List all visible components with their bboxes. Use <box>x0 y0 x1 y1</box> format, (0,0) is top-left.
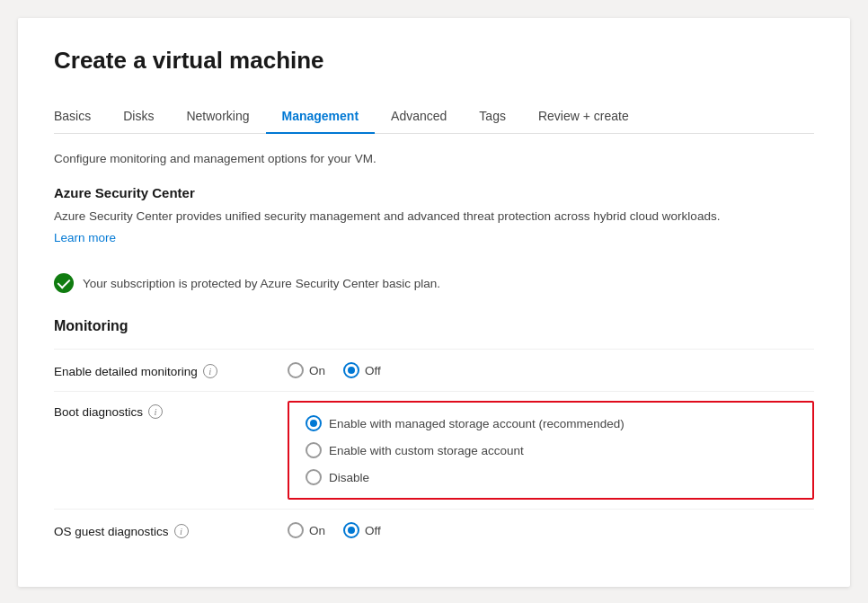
tab-disks[interactable]: Disks <box>107 100 170 134</box>
boot-diagnostics-options-box: Enable with managed storage account (rec… <box>288 401 814 500</box>
boot-diagnostics-disable-radio[interactable] <box>306 469 322 485</box>
check-circle-icon <box>54 273 74 293</box>
detailed-monitoring-on-option[interactable]: On <box>288 362 325 378</box>
boot-diagnostics-custom-option[interactable]: Enable with custom storage account <box>306 442 796 458</box>
tab-advanced[interactable]: Advanced <box>375 100 463 134</box>
monitoring-section: Monitoring Enable detailed monitoring i … <box>54 318 814 551</box>
enable-detailed-monitoring-label: Enable detailed monitoring i <box>54 362 288 378</box>
boot-diagnostics-disable-option[interactable]: Disable <box>306 469 796 485</box>
page-subtitle: Configure monitoring and management opti… <box>54 152 814 165</box>
os-guest-diagnostics-control: On Off <box>288 522 399 538</box>
learn-more-link[interactable]: Learn more <box>54 231 116 244</box>
azure-security-desc: Azure Security Center provides unified s… <box>54 208 814 226</box>
boot-diagnostics-managed-radio[interactable] <box>306 415 322 431</box>
os-guest-diagnostics-info-icon[interactable]: i <box>174 524 189 538</box>
boot-diagnostics-managed-option[interactable]: Enable with managed storage account (rec… <box>306 415 796 431</box>
enable-detailed-monitoring-control: On Off <box>288 362 399 378</box>
azure-security-title: Azure Security Center <box>54 185 814 200</box>
tab-basics[interactable]: Basics <box>54 100 107 134</box>
tab-management[interactable]: Management <box>266 100 376 134</box>
boot-diagnostics-custom-radio[interactable] <box>306 442 322 458</box>
main-card: Create a virtual machine Basics Disks Ne… <box>18 18 850 587</box>
enable-detailed-monitoring-info-icon[interactable]: i <box>203 364 217 378</box>
tab-review-create[interactable]: Review + create <box>522 100 645 134</box>
boot-diagnostics-label: Boot diagnostics i <box>54 401 288 419</box>
os-guest-on-radio[interactable] <box>288 522 304 538</box>
detailed-monitoring-off-option[interactable]: Off <box>343 362 381 378</box>
os-guest-off-radio[interactable] <box>343 522 359 538</box>
tab-tags[interactable]: Tags <box>463 100 522 134</box>
os-guest-off-option[interactable]: Off <box>343 522 381 538</box>
tab-networking[interactable]: Networking <box>170 100 265 134</box>
tab-bar: Basics Disks Networking Management Advan… <box>54 100 814 134</box>
azure-security-section: Azure Security Center Azure Security Cen… <box>54 185 814 293</box>
detailed-monitoring-off-radio[interactable] <box>343 362 359 378</box>
os-guest-on-option[interactable]: On <box>288 522 325 538</box>
os-guest-diagnostics-row: OS guest diagnostics i On Off <box>54 509 814 551</box>
boot-diagnostics-row: Boot diagnostics i Enable with managed s… <box>54 391 814 509</box>
security-status-text: Your subscription is protected by Azure … <box>83 277 440 290</box>
os-guest-diagnostics-label: OS guest diagnostics i <box>54 522 288 538</box>
page-title: Create a virtual machine <box>54 47 814 75</box>
security-status-row: Your subscription is protected by Azure … <box>54 273 814 293</box>
boot-diagnostics-info-icon[interactable]: i <box>148 404 163 419</box>
monitoring-title: Monitoring <box>54 318 814 334</box>
detailed-monitoring-on-radio[interactable] <box>288 362 304 378</box>
enable-detailed-monitoring-row: Enable detailed monitoring i On Off <box>54 349 814 391</box>
